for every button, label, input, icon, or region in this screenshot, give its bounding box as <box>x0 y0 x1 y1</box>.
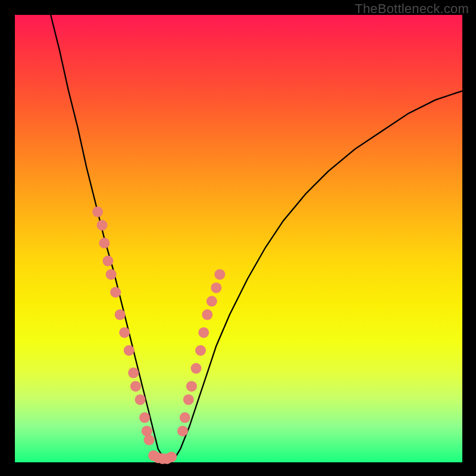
marker-dot <box>135 394 146 405</box>
marker-dot <box>124 345 134 356</box>
marker-dot <box>177 425 188 436</box>
marker-dot <box>186 381 197 392</box>
marker-dot <box>202 309 212 320</box>
marker-dot <box>180 412 190 423</box>
marker-dots <box>92 206 225 464</box>
watermark-text: TheBottleneck.com <box>355 1 469 17</box>
marker-dot <box>97 220 108 230</box>
chart-frame: TheBottleneck.com <box>0 0 476 476</box>
marker-dot <box>99 238 109 249</box>
marker-dot <box>198 327 209 338</box>
marker-dot <box>211 283 221 293</box>
bottleneck-curve <box>51 15 462 460</box>
plot-area <box>15 15 462 462</box>
marker-dot <box>191 363 202 374</box>
marker-dot <box>144 434 155 445</box>
marker-dot <box>106 269 117 280</box>
marker-dot <box>102 256 113 267</box>
marker-dot <box>128 368 139 378</box>
marker-dot <box>119 327 130 338</box>
marker-dot <box>195 345 206 356</box>
marker-dot <box>166 452 177 462</box>
marker-dot <box>183 394 194 405</box>
marker-dot <box>115 309 126 320</box>
marker-dot <box>139 412 150 423</box>
marker-dot <box>206 296 217 306</box>
marker-dot <box>110 287 121 298</box>
curve-layer <box>15 15 462 462</box>
marker-dot <box>130 381 141 392</box>
marker-dot <box>92 206 103 217</box>
marker-dot <box>142 425 152 436</box>
marker-dot <box>214 269 225 280</box>
